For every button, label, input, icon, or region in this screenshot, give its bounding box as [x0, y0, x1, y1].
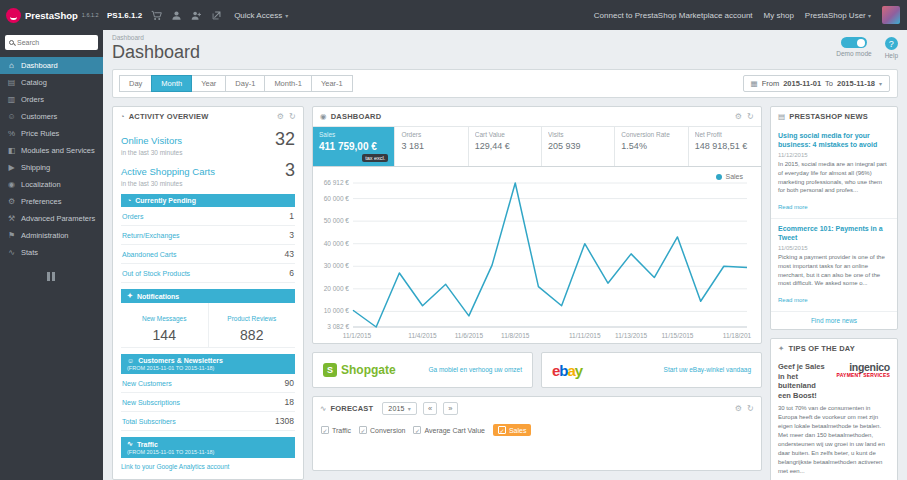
sidebar-item-price-rules[interactable]: %Price Rules [0, 125, 103, 142]
active-carts-link[interactable]: Active Shopping Carts [121, 166, 215, 177]
forecast-year-select[interactable]: 2015 ▾ [382, 402, 417, 415]
from-label: From [762, 79, 780, 88]
avatar[interactable] [882, 6, 900, 24]
tab-sales[interactable]: Sales 411 759,00 € tax excl. [313, 127, 395, 166]
prestashop-logo[interactable]: PrestaShop 1.6.1.2 [0, 8, 103, 23]
forecast-icon: ∿ [320, 404, 326, 413]
tab-cart-value[interactable]: Cart Value 129,44 € [469, 127, 542, 166]
gear-icon[interactable]: ⚙ [735, 112, 742, 121]
sidebar-item-stats[interactable]: ∿Stats [0, 244, 103, 261]
refresh-icon[interactable]: ↻ [747, 112, 754, 121]
filter-month1-button[interactable]: Month-1 [264, 75, 312, 92]
returns-link[interactable]: Return/Exchanges [122, 232, 180, 239]
forecast-next-button[interactable]: » [443, 402, 457, 415]
product-reviews-link[interactable]: Product Reviews [227, 315, 276, 322]
filter-day1-button[interactable]: Day-1 [225, 75, 265, 92]
new-subscriptions-link[interactable]: New Subscriptions [122, 399, 180, 406]
total-subscribers-link[interactable]: Total Subscribers [122, 418, 176, 425]
ebay-logo[interactable]: ebay [552, 362, 582, 379]
svg-text:11/11/2015: 11/11/2015 [569, 332, 601, 339]
sidebar-item-localization[interactable]: ◉Localization [0, 176, 103, 193]
breadcrumb: Dashboard [112, 34, 200, 41]
forecast-legend-traffic[interactable]: ✓Traffic [321, 426, 351, 434]
news-item-title-link[interactable]: Using social media for your business: 4 … [778, 131, 890, 149]
filter-year-button[interactable]: Year [191, 75, 226, 92]
user-menu[interactable]: PrestaShop User ▾ [805, 11, 871, 20]
forecast-legend-sales[interactable]: ✓Sales [493, 424, 532, 436]
date-range-picker[interactable]: ▦ From 2015-11-01 To 2015-11-18 ▾ [743, 75, 890, 92]
refresh-icon[interactable]: ↻ [747, 404, 754, 413]
gear-icon[interactable]: ⚙ [735, 404, 742, 413]
pending-title: Currently Pending [135, 197, 196, 204]
add-user-icon[interactable] [191, 10, 202, 21]
ebay-promo-link[interactable]: Start uw eBay-winkel vandaag [664, 366, 751, 374]
sidebar-item-customers[interactable]: ☺Customers [0, 108, 103, 125]
sidebar-item-advanced-parameters[interactable]: ⚒Advanced Parameters [0, 210, 103, 227]
sidebar-item-dashboard[interactable]: ⌂Dashboard [0, 57, 103, 74]
filter-day-button[interactable]: Day [119, 75, 152, 92]
sidebar-collapse-toggle[interactable] [47, 272, 57, 281]
online-visitors-link[interactable]: Online Visitors [121, 135, 182, 146]
sidebar-item-preferences[interactable]: ⚙Preferences [0, 193, 103, 210]
filter-month-button[interactable]: Month [151, 75, 192, 92]
out-of-stock-link[interactable]: Out of Stock Products [122, 270, 190, 277]
search-input[interactable] [17, 39, 94, 46]
total-subscribers-value: 1308 [275, 416, 294, 426]
topbar-quick-icons [151, 10, 222, 21]
svg-text:11/15/2015: 11/15/2015 [661, 332, 693, 339]
chevron-down-icon: ▾ [285, 12, 288, 19]
sidebar-item-modules[interactable]: ◧Modules and Services [0, 142, 103, 159]
forecast-legend-conversion[interactable]: ✓Conversion [359, 426, 405, 434]
globe-icon: ◉ [7, 180, 16, 189]
help-icon[interactable]: ? [885, 37, 898, 50]
forecast-prev-button[interactable]: « [423, 402, 437, 415]
refresh-icon[interactable]: ↻ [289, 112, 296, 121]
brand-name: PrestaShop [25, 10, 78, 21]
abandoned-carts-link[interactable]: Abandoned Carts [122, 251, 176, 258]
my-shop-link[interactable]: My shop [764, 11, 794, 20]
sidebar-item-catalog[interactable]: ▤Catalog [0, 74, 103, 91]
google-analytics-link[interactable]: Link to your Google Analytics account [121, 463, 295, 470]
gear-icon[interactable]: ⚙ [277, 112, 284, 121]
traffic-subtitle: (FROM 2015-11-01 TO 2015-11-18) [127, 449, 289, 455]
ebay-promo: ebay Start uw eBay-winkel vandaag [541, 352, 762, 388]
cart-icon[interactable] [151, 10, 162, 21]
new-customers-link[interactable]: New Customers [122, 380, 172, 387]
customer-icon[interactable] [171, 10, 182, 21]
shopgate-logo[interactable]: S Shopgate [323, 363, 396, 377]
svg-text:60 000 €: 60 000 € [324, 195, 350, 202]
sidebar-item-orders[interactable]: ▥Orders [0, 91, 103, 108]
shopgate-promo-link[interactable]: Ga mobiel en verhoog uw omzet [428, 366, 522, 374]
tab-conversion-rate[interactable]: Conversion Rate 1.54% [615, 127, 688, 166]
online-visitors-value: 32 [275, 130, 295, 156]
quick-access-menu[interactable]: Quick Access ▾ [234, 11, 288, 20]
pending-row-out-of-stock: Out of Stock Products6 [121, 264, 295, 283]
read-more-link[interactable]: Read more [778, 204, 808, 210]
sidebar-item-shipping[interactable]: ▶Shipping [0, 159, 103, 176]
sidebar-item-label: Stats [21, 248, 38, 257]
tab-label: Net Profit [695, 131, 755, 138]
find-more-news-link[interactable]: Find more news [771, 312, 897, 329]
external-link-icon[interactable] [211, 10, 222, 21]
active-carts-sub: in the last 30 minutes [121, 180, 215, 187]
tab-net-profit[interactable]: Net Profit 148 918,51 € [689, 127, 761, 166]
topbar-right: Connect to PrestaShop Marketplace accoun… [594, 6, 907, 24]
forecast-legend-average-cart-value[interactable]: ✓Average Cart Value [413, 426, 484, 434]
news-item-title-link[interactable]: Ecommerce 101: Payments in a Tweet [778, 224, 890, 242]
news-item-date: 11/12/2015 [778, 152, 890, 158]
sidebar-item-label: Shipping [21, 163, 50, 172]
to-date: 2015-11-18 [837, 79, 875, 88]
checkbox-icon: ✓ [413, 426, 421, 434]
tools-icon: ⚒ [7, 214, 16, 223]
marketplace-connect-link[interactable]: Connect to PrestaShop Marketplace accoun… [594, 11, 753, 20]
tab-visits[interactable]: Visits 205 939 [542, 127, 615, 166]
orders-link[interactable]: Orders [122, 213, 143, 220]
sales-chart: Sales 66 912 €60 000 €50 000 €40 000 €30… [315, 173, 755, 341]
new-messages-link[interactable]: New Messages [142, 315, 186, 322]
sidebar-item-administration[interactable]: ⚑Administration [0, 227, 103, 244]
read-more-link[interactable]: Read more [778, 297, 808, 303]
demo-mode-toggle[interactable] [841, 37, 867, 48]
filter-year1-button[interactable]: Year-1 [311, 75, 353, 92]
tab-orders[interactable]: Orders 3 181 [395, 127, 468, 166]
ingenico-brand-subtitle: Payment services [837, 372, 890, 378]
